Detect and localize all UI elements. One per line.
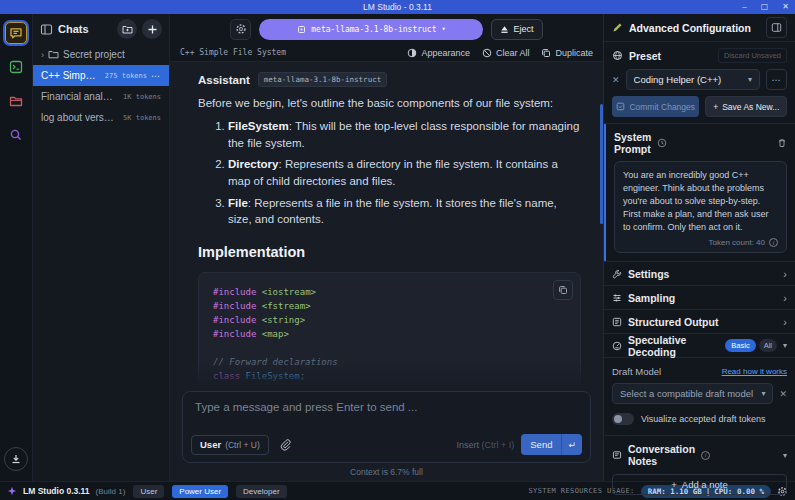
chat-folder-item[interactable]: ›Secret project	[33, 44, 169, 65]
appearance-button[interactable]: Appearance	[407, 48, 470, 58]
save-as-new-button[interactable]: + Save As New...	[705, 96, 787, 117]
sampling-accordion[interactable]: Sampling ›	[604, 286, 795, 310]
eject-icon	[500, 25, 509, 34]
download-icon	[10, 453, 22, 465]
eject-button[interactable]: Eject	[491, 19, 542, 40]
loaded-model-name: meta-llama-3.1-8b-instruct	[311, 25, 436, 34]
all-pill[interactable]: All	[759, 339, 777, 352]
eject-label: Eject	[513, 24, 533, 34]
lm-studio-logo-icon	[7, 486, 17, 496]
attach-file-button[interactable]	[276, 435, 296, 455]
chevron-down-icon: ▾	[783, 341, 787, 350]
code-line: #include <string>	[213, 313, 566, 327]
system-prompt-header: System Prompt	[614, 131, 787, 155]
message-composer[interactable]: Type a message and press Enter to send .…	[182, 391, 591, 463]
nav-my-models-button[interactable]	[5, 90, 27, 112]
mode-developer-button[interactable]: Developer	[236, 485, 286, 498]
search-icon	[9, 128, 23, 142]
ellipsis-icon: ⋯	[772, 75, 782, 85]
speculative-decoding-accordion[interactable]: Speculative Decoding Basic All ▾	[604, 334, 795, 358]
visualize-toggle[interactable]	[612, 413, 634, 425]
copy-icon	[558, 285, 568, 295]
minimize-button[interactable]: –	[742, 0, 746, 14]
send-label: Send	[521, 439, 561, 450]
history-icon	[657, 138, 667, 148]
draft-model-area: Draft Model Read how it works Select a c…	[604, 358, 795, 435]
draft-model-header: Draft Model Read how it works	[612, 366, 787, 377]
pencil-icon	[612, 22, 623, 33]
preset-menu-button[interactable]: ⋯	[766, 69, 787, 90]
save-as-new-label: Save As New...	[722, 102, 779, 112]
token-count-badge: 1K tokens	[123, 93, 161, 101]
chat-list-item[interactable]: C++ Simple File System275 tokens⋯	[33, 65, 169, 86]
system-prompt-section: System Prompt You are an incredibly good…	[604, 124, 795, 262]
chat-item-label: log about version of ...	[41, 112, 115, 123]
scrollbar-thumb[interactable]	[600, 104, 603, 224]
chat-item-menu-button[interactable]: ⋯	[151, 71, 161, 81]
code-lines: #include <iostream>#include <fstream>#in…	[213, 285, 566, 387]
paperclip-icon	[280, 439, 292, 451]
preset-select[interactable]: Coding Helper (C++) ▾	[626, 69, 760, 90]
send-button[interactable]: Send ↵	[521, 434, 582, 455]
nav-discover-button[interactable]	[5, 124, 27, 146]
clear-all-label: Clear All	[496, 48, 530, 58]
system-prompt-editor[interactable]: You are an incredibly good C++ engineer.…	[614, 161, 787, 253]
send-return-icon[interactable]: ↵	[561, 434, 582, 455]
clear-draft-button[interactable]: ✕	[779, 389, 787, 399]
settings-accordion[interactable]: Settings ›	[604, 262, 795, 286]
mode-power-user-button[interactable]: Power User	[172, 485, 228, 498]
chat-list-item[interactable]: Financial analysis1K tokens	[33, 86, 169, 107]
component-list-item: FileSystem: This will be the top-level c…	[228, 118, 583, 151]
wrench-icon	[612, 269, 622, 279]
assistant-message-header: Assistant meta-llama-3.1-8b-instruct	[198, 72, 583, 87]
maximize-button[interactable]: ▢	[761, 0, 769, 14]
settings-label: Settings	[628, 268, 777, 280]
mode-pills: Basic All	[725, 339, 777, 352]
commit-icon	[616, 102, 625, 111]
clear-all-button[interactable]: Clear All	[482, 48, 530, 58]
chats-panel-title: Chats	[58, 23, 112, 35]
new-chat-button[interactable]	[142, 19, 162, 39]
structured-output-accordion[interactable]: Structured Output ›	[604, 310, 795, 334]
duplicate-button[interactable]: Duplicate	[541, 48, 593, 58]
token-count-label: Token count: 40	[709, 238, 765, 247]
component-list-item: File: Represents a file in the file syst…	[228, 195, 583, 228]
close-button[interactable]: ✕	[782, 0, 789, 14]
chevron-right-icon: ›	[783, 292, 787, 304]
chat-list-item[interactable]: log about version of ...5K tokens	[33, 107, 169, 128]
component-list-item: Directory: Represents a directory in the…	[228, 156, 583, 189]
discard-unsaved-button[interactable]: Discard Unsaved	[718, 48, 787, 63]
downloads-button[interactable]	[4, 447, 28, 471]
collapse-panel-button[interactable]	[766, 17, 787, 38]
notes-header[interactable]: Conversation Notes i ▾	[612, 443, 787, 467]
message-intro: Before we begin, let's outline the basic…	[198, 97, 583, 109]
copy-code-button[interactable]	[553, 280, 573, 300]
trash-icon[interactable]	[777, 138, 787, 148]
code-line: class FileSystem;	[213, 369, 566, 383]
chevron-right-icon: ›	[783, 268, 787, 280]
nav-developer-button[interactable]	[5, 56, 27, 78]
add-note-button[interactable]: + Add a note	[612, 474, 787, 495]
implementation-heading: Implementation	[198, 244, 583, 260]
panel-title: Advanced Configuration	[629, 22, 760, 34]
build-number: (Build 1)	[96, 487, 126, 496]
clear-preset-button[interactable]: ✕	[612, 75, 620, 85]
component-list: FileSystem: This will be the top-level c…	[228, 118, 583, 228]
code-line: // Forward declarations	[213, 355, 566, 369]
basic-pill[interactable]: Basic	[725, 339, 755, 352]
code-block: #include <iostream>#include <fstream>#in…	[198, 272, 581, 387]
new-folder-button[interactable]	[117, 19, 137, 39]
nav-chat-button[interactable]	[5, 22, 27, 44]
window-controls: – ▢ ✕	[742, 0, 789, 14]
commit-changes-button[interactable]: Commit Changes	[612, 96, 699, 117]
composer-placeholder: Type a message and press Enter to send .…	[195, 401, 417, 413]
loaded-model-pill[interactable]: meta-llama-3.1-8b-instruct ▾	[259, 19, 483, 40]
code-line: #include <map>	[213, 327, 566, 341]
message-model-badge: meta-llama-3.1-8b-instruct	[258, 72, 387, 87]
draft-model-select[interactable]: Select a compatible draft model ▾	[612, 383, 773, 404]
insert-button[interactable]: Insert (Ctrl + I)	[456, 440, 514, 450]
role-user-button[interactable]: User (Ctrl + U)	[191, 435, 269, 455]
read-how-it-works-link[interactable]: Read how it works	[722, 367, 787, 376]
mode-user-button[interactable]: User	[133, 485, 164, 498]
model-settings-button[interactable]	[230, 19, 251, 40]
